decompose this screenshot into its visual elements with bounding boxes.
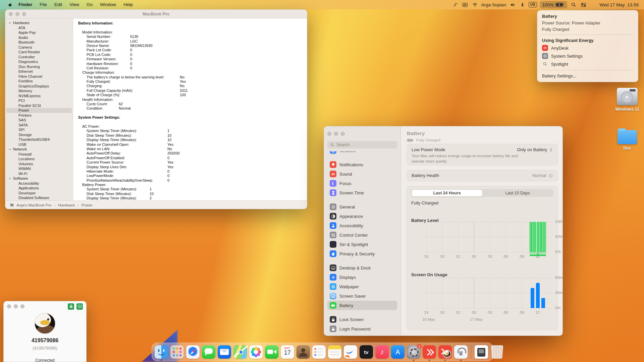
settings-sidebar-item[interactable]: Screen Time bbox=[327, 188, 397, 197]
menu-item[interactable]: File bbox=[36, 0, 51, 9]
dock-item[interactable] bbox=[155, 345, 168, 359]
sysinfo-sidebar-item[interactable]: PCI bbox=[6, 98, 72, 103]
sysinfo-sidebar-item[interactable]: USB bbox=[6, 142, 72, 147]
sysinfo-sidebar-item[interactable]: Applications bbox=[6, 186, 72, 191]
search-input[interactable] bbox=[336, 142, 387, 147]
sysinfo-sidebar-item[interactable]: Extensions bbox=[6, 200, 72, 201]
sysinfo-sidebar-item[interactable]: Software bbox=[6, 176, 72, 181]
settings-sidebar-item[interactable]: Appearance bbox=[327, 212, 397, 221]
dock-item[interactable]: A bbox=[391, 345, 405, 359]
breadcrumb-item[interactable]: Arga's MacBook Pro bbox=[16, 203, 51, 207]
battery-menu-extra[interactable]: 100% bbox=[540, 1, 568, 8]
siri-icon[interactable] bbox=[590, 2, 596, 8]
input-source-indicator[interactable]: US bbox=[529, 2, 537, 7]
energy-app-row[interactable]: Spotlight bbox=[537, 60, 638, 68]
settings-sidebar-item[interactable]: Focus bbox=[327, 179, 397, 188]
sysinfo-sidebar-item[interactable]: Controller bbox=[6, 55, 72, 60]
sysinfo-sidebar-item[interactable]: Network bbox=[6, 147, 72, 152]
sysinfo-sidebar-item[interactable]: Printers bbox=[6, 113, 72, 118]
sysinfo-sidebar-item[interactable]: NVMExpress bbox=[6, 94, 72, 99]
dock-item[interactable] bbox=[454, 345, 468, 359]
sysinfo-sidebar-item[interactable]: ATA bbox=[6, 25, 72, 31]
sysinfo-sidebar-item[interactable]: Camera bbox=[6, 45, 72, 50]
dock-item[interactable] bbox=[423, 345, 436, 359]
info-icon[interactable] bbox=[548, 173, 553, 178]
menu-item[interactable]: Help bbox=[120, 0, 137, 9]
settings-sidebar-item[interactable]: General bbox=[327, 202, 397, 212]
sysinfo-sidebar-item[interactable]: Card Reader bbox=[6, 50, 72, 55]
settings-sidebar-item[interactable]: Screen Saver bbox=[327, 291, 397, 301]
dock-item[interactable] bbox=[328, 345, 341, 359]
breadcrumb-item[interactable]: Power bbox=[82, 203, 93, 207]
sysinfo-sidebar-item[interactable]: Wi-Fi bbox=[6, 171, 72, 176]
menu-item[interactable]: Finder bbox=[15, 0, 36, 9]
dock-item[interactable] bbox=[475, 345, 488, 359]
sysinfo-sidebar-item[interactable]: Accessibility bbox=[6, 181, 72, 186]
dock-item[interactable]: 1 bbox=[407, 345, 420, 359]
settings-sidebar-item[interactable]: Desktop & Dock bbox=[327, 263, 397, 273]
settings-sidebar-item[interactable]: Wallpaper bbox=[327, 282, 397, 291]
low-power-mode-select[interactable]: Only on Battery bbox=[517, 147, 553, 152]
sysinfo-sidebar-item[interactable]: Audio bbox=[6, 35, 72, 40]
close-button[interactable] bbox=[327, 132, 331, 136]
breadcrumb-item[interactable]: Hardware bbox=[58, 203, 75, 207]
dock-item[interactable]: ♪ bbox=[375, 345, 389, 359]
window-titlebar[interactable] bbox=[4, 301, 86, 311]
bluetooth-icon[interactable] bbox=[519, 2, 526, 8]
settings-sidebar-item[interactable]: Notifications bbox=[327, 160, 397, 169]
dock-item[interactable] bbox=[490, 345, 504, 359]
dock-item[interactable] bbox=[344, 345, 357, 359]
window-titlebar[interactable]: MacBook Pro bbox=[5, 10, 307, 18]
sysinfo-sidebar-item[interactable]: Ethernet bbox=[6, 69, 72, 74]
settings-sidebar-item[interactable]: Displays bbox=[327, 273, 397, 282]
sysinfo-sidebar-item[interactable]: SAS bbox=[6, 118, 72, 123]
energy-app-row[interactable]: System Settings bbox=[537, 52, 638, 60]
sysinfo-sidebar-item[interactable]: Developer bbox=[6, 191, 72, 196]
sysinfo-sidebar-item[interactable]: Storage bbox=[6, 132, 72, 137]
user-name[interactable]: Arga Sopian bbox=[481, 2, 506, 7]
sysinfo-sidebar-item[interactable]: SATA bbox=[6, 123, 72, 128]
sysinfo-sidebar-item[interactable]: Diagnostics bbox=[6, 59, 72, 64]
sysinfo-sidebar-item[interactable]: Graphics/Displays bbox=[6, 84, 72, 89]
sysinfo-sidebar-item[interactable]: Memory bbox=[6, 88, 72, 94]
dock-item[interactable]: MAY17 bbox=[281, 345, 294, 359]
dock-item[interactable] bbox=[265, 345, 278, 359]
activity-monitor-icon[interactable] bbox=[462, 2, 469, 8]
sysinfo-sidebar-item[interactable]: Disc Burning bbox=[6, 64, 72, 69]
dock-item[interactable] bbox=[438, 345, 452, 359]
sysinfo-sidebar-item[interactable]: Apple Pay bbox=[6, 30, 72, 35]
sysinfo-sidebar-item[interactable]: Parallel SCSI bbox=[6, 103, 72, 108]
sysinfo-sidebar-item[interactable]: Fibre Channel bbox=[6, 74, 72, 79]
menu-bar-clock[interactable]: Wed 17 May 13.59 bbox=[599, 2, 639, 7]
sysinfo-sidebar-item[interactable]: SPI bbox=[6, 127, 72, 132]
settings-sidebar-item[interactable]: Sound bbox=[327, 169, 397, 179]
spotlight-icon[interactable] bbox=[570, 2, 577, 8]
zoom-button[interactable] bbox=[20, 304, 24, 308]
sysinfo-sidebar-item[interactable]: Power bbox=[6, 108, 72, 113]
anydesk-status-icon[interactable] bbox=[452, 2, 459, 8]
sysinfo-sidebar-item[interactable]: WWAN bbox=[6, 166, 72, 171]
menu-item[interactable]: Go bbox=[83, 0, 96, 9]
apple-menu-icon[interactable] bbox=[5, 2, 15, 8]
sysinfo-sidebar-item[interactable]: Locations bbox=[6, 157, 72, 162]
minimize-button[interactable] bbox=[14, 304, 18, 308]
control-center-icon[interactable] bbox=[580, 2, 587, 8]
desktop-icon-doc[interactable]: Doc bbox=[611, 128, 643, 150]
settings-sidebar-item[interactable]: Siri & Spotlight bbox=[327, 240, 397, 249]
dock-item[interactable] bbox=[312, 345, 326, 359]
settings-search-field[interactable] bbox=[327, 141, 397, 148]
settings-sidebar-item[interactable]: Privacy & Security bbox=[327, 249, 397, 258]
wifi-icon[interactable] bbox=[472, 2, 478, 8]
sysinfo-sidebar-item[interactable]: Firewall bbox=[6, 152, 72, 157]
volume-icon[interactable] bbox=[509, 2, 516, 8]
dock-item[interactable] bbox=[202, 345, 215, 359]
dock-item[interactable]: tv bbox=[360, 345, 373, 359]
energy-app-row[interactable]: AnyDesk bbox=[537, 44, 638, 52]
minimize-button[interactable] bbox=[334, 132, 338, 136]
sysinfo-sidebar-item[interactable]: Bluetooth bbox=[6, 40, 72, 45]
dock-item[interactable] bbox=[249, 345, 263, 359]
zoom-button[interactable] bbox=[341, 132, 345, 136]
sysinfo-sidebar-item[interactable]: FireWire bbox=[6, 79, 72, 84]
dock-item[interactable] bbox=[297, 345, 310, 359]
sysinfo-sidebar-item[interactable]: Hardware bbox=[6, 20, 72, 25]
